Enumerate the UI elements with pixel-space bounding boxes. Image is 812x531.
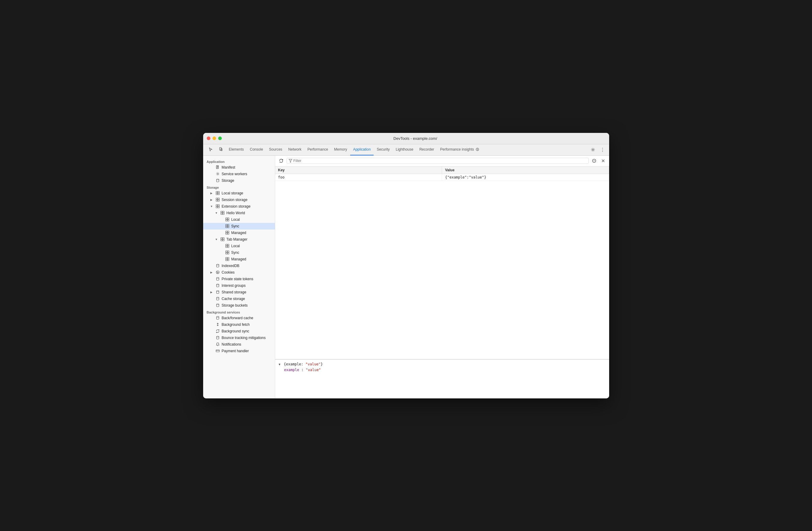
- interest-groups-label: Interest groups: [222, 283, 246, 288]
- svg-rect-50: [228, 259, 229, 261]
- tab-console[interactable]: Console: [247, 144, 266, 156]
- tab-device[interactable]: [216, 144, 226, 156]
- tab-recorder[interactable]: Recorder: [416, 144, 437, 156]
- extension-storage-label: Extension storage: [222, 204, 250, 208]
- sidebar-item-indexeddb[interactable]: IndexedDB: [203, 263, 275, 269]
- devtools-window: DevTools - example.com/ Elements Console…: [203, 133, 609, 398]
- svg-rect-8: [218, 191, 219, 193]
- svg-point-53: [217, 271, 217, 272]
- sidebar-item-service-workers[interactable]: Service workers: [203, 171, 275, 177]
- cookie-icon: [216, 270, 220, 275]
- sidebar: Application Manifest: [203, 156, 275, 398]
- svg-rect-39: [226, 244, 227, 246]
- filter-input[interactable]: [293, 159, 586, 163]
- svg-point-58: [217, 291, 219, 292]
- sidebar-item-hello-world-managed[interactable]: Managed: [203, 230, 275, 236]
- close-button[interactable]: [207, 136, 211, 140]
- svg-rect-17: [216, 206, 218, 208]
- svg-point-60: [217, 304, 219, 305]
- filter-input-wrapper[interactable]: [287, 158, 589, 164]
- sidebar-item-private-state-tokens[interactable]: Private state tokens: [203, 276, 275, 282]
- svg-rect-44: [228, 251, 229, 252]
- table-row[interactable]: foo {"example":"value"}: [275, 174, 609, 181]
- sidebar-item-tab-manager-sync[interactable]: Sync: [203, 249, 275, 256]
- sidebar-item-hello-world-local[interactable]: Local: [203, 216, 275, 223]
- shared-storage-label: Shared storage: [222, 290, 246, 294]
- preview-child-line: example : "value": [279, 367, 606, 373]
- sidebar-item-notifications[interactable]: Notifications: [203, 341, 275, 348]
- close-filter-button[interactable]: [599, 157, 607, 164]
- sidebar-item-hello-world[interactable]: ▼ Hello World: [203, 210, 275, 216]
- section-label-application: Application: [203, 158, 275, 164]
- sidebar-item-bounce-tracking[interactable]: Bounce tracking mitigations: [203, 335, 275, 341]
- sidebar-item-cookies[interactable]: ▶ Cookies: [203, 269, 275, 276]
- sidebar-item-tab-manager-managed[interactable]: Managed: [203, 256, 275, 263]
- sidebar-item-storage[interactable]: Storage: [203, 177, 275, 184]
- maximize-button[interactable]: [218, 136, 222, 140]
- svg-rect-13: [216, 200, 218, 201]
- sidebar-item-storage-buckets[interactable]: Storage buckets: [203, 302, 275, 309]
- sidebar-item-shared-storage[interactable]: ▶ Shared storage: [203, 289, 275, 295]
- hw-local-label: Local: [231, 218, 240, 222]
- svg-rect-47: [226, 257, 227, 259]
- svg-rect-7: [216, 191, 218, 193]
- sidebar-item-local-storage[interactable]: ▶ Local storage: [203, 190, 275, 196]
- svg-rect-20: [223, 211, 224, 213]
- svg-rect-35: [221, 238, 222, 239]
- svg-point-62: [217, 336, 219, 337]
- tab-application[interactable]: Application: [350, 144, 374, 156]
- tab-performance[interactable]: Performance: [305, 144, 331, 156]
- chevron-down-icon: ▼: [215, 211, 219, 215]
- cylinder-icon: [216, 303, 220, 308]
- grid-icon: [220, 211, 225, 216]
- svg-rect-48: [228, 257, 229, 259]
- tab-sources[interactable]: Sources: [266, 144, 285, 156]
- tab-elements[interactable]: Elements: [226, 144, 247, 156]
- column-value[interactable]: Value: [442, 166, 609, 174]
- tab-inspect-cursor[interactable]: [205, 144, 216, 156]
- tab-network[interactable]: Network: [285, 144, 305, 156]
- sidebar-item-tab-manager[interactable]: ▼ Tab Manager: [203, 236, 275, 243]
- settings-icon[interactable]: [589, 146, 597, 154]
- cylinder-icon: [216, 335, 220, 340]
- more-options-icon[interactable]: ⋮: [598, 146, 607, 154]
- expand-arrow-icon[interactable]: ▼: [279, 363, 280, 366]
- cylinder-icon: [216, 283, 220, 288]
- sidebar-item-hello-world-sync[interactable]: Sync: [203, 223, 275, 230]
- section-label-background-services: Background services: [203, 309, 275, 315]
- refresh-button[interactable]: [278, 157, 285, 164]
- sidebar-item-interest-groups[interactable]: Interest groups: [203, 282, 275, 289]
- svg-rect-24: [228, 218, 229, 219]
- svg-rect-30: [228, 226, 229, 228]
- private-state-tokens-label: Private state tokens: [222, 277, 253, 281]
- sidebar-item-cache-storage[interactable]: Cache storage: [203, 295, 275, 302]
- tab-security[interactable]: Security: [374, 144, 392, 156]
- svg-rect-19: [221, 211, 222, 213]
- sidebar-item-extension-storage[interactable]: ▼ Extension storage: [203, 203, 275, 210]
- preview-child-key: example: [284, 368, 300, 372]
- column-key[interactable]: Key: [275, 166, 442, 174]
- sidebar-item-manifest[interactable]: Manifest: [203, 164, 275, 171]
- svg-point-51: [217, 264, 219, 265]
- tab-lighthouse[interactable]: Lighthouse: [393, 144, 417, 156]
- minimize-button[interactable]: [213, 136, 216, 140]
- tab-performance-insights[interactable]: Performance insights: [437, 144, 482, 156]
- sidebar-item-payment-handler[interactable]: Payment handler: [203, 348, 275, 354]
- svg-rect-31: [226, 231, 227, 233]
- title-bar: DevTools - example.com/: [203, 133, 609, 144]
- grid-icon: [216, 204, 220, 209]
- clear-button[interactable]: [591, 157, 598, 164]
- hw-managed-label: Managed: [231, 231, 246, 235]
- sidebar-item-backforward-cache[interactable]: Back/forward cache: [203, 315, 275, 321]
- sidebar-item-session-storage[interactable]: ▶ Session storage: [203, 196, 275, 203]
- tab-memory[interactable]: Memory: [331, 144, 350, 156]
- sidebar-item-background-sync[interactable]: Background sync: [203, 328, 275, 335]
- sidebar-item-tab-manager-local[interactable]: Local: [203, 243, 275, 249]
- grid-icon: [225, 217, 230, 222]
- svg-rect-10: [218, 193, 219, 195]
- cylinder-icon: [216, 277, 220, 281]
- svg-point-61: [217, 316, 219, 318]
- filter-icon: [289, 159, 292, 163]
- sidebar-item-background-fetch[interactable]: Background fetch: [203, 321, 275, 328]
- clear-icon: [592, 159, 596, 163]
